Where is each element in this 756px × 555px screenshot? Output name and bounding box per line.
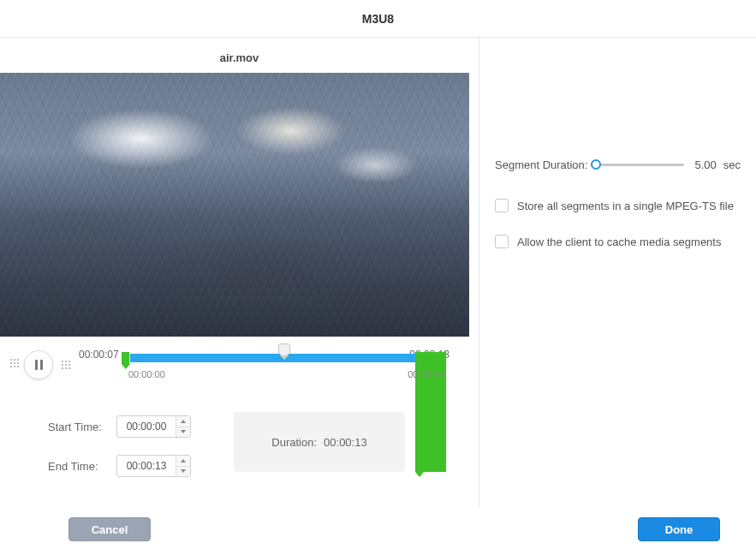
duration-label: Duration: — [271, 436, 317, 449]
start-time-row: Start Time: — [48, 415, 191, 438]
done-button[interactable]: Done — [638, 517, 720, 541]
start-time-spinner[interactable] — [116, 415, 191, 438]
dialog-title: M3U8 — [0, 0, 756, 38]
cache-row: Allow the client to cache media segments — [495, 235, 741, 248]
single-file-checkbox[interactable] — [495, 199, 509, 212]
cancel-button[interactable]: Cancel — [68, 517, 151, 541]
left-panel: air.mov 00:00:07 00:00:13 0 — [0, 38, 479, 507]
segment-duration-row: Segment Duration: 5.00 sec — [495, 158, 741, 171]
segment-duration-unit: sec — [723, 158, 741, 171]
range-start-handle[interactable] — [122, 352, 130, 364]
chevron-down-icon — [181, 430, 186, 433]
chevron-up-icon — [181, 420, 186, 423]
segment-duration-value: 5.00 — [691, 158, 717, 171]
start-time-up[interactable] — [176, 416, 190, 427]
playhead[interactable] — [278, 343, 290, 356]
start-time-label: Start Time: — [48, 421, 108, 433]
end-time-down[interactable] — [176, 467, 190, 477]
end-time-label: End Time: — [48, 460, 108, 473]
pause-icon — [35, 360, 43, 370]
file-name-label: air.mov — [0, 38, 479, 73]
slider-track — [594, 164, 683, 166]
drag-handle-icon — [10, 359, 21, 367]
right-panel: Segment Duration: 5.00 sec Store all seg… — [479, 38, 756, 507]
duration-value: 00:00:13 — [324, 436, 367, 449]
play-pause-button[interactable] — [24, 350, 53, 379]
start-time-input[interactable] — [117, 416, 176, 437]
end-time-up[interactable] — [176, 456, 190, 467]
timeline-pos-left: 00:00:07 — [79, 349, 119, 361]
timeline-range-end: 00:00:13 — [408, 369, 444, 379]
time-panel: Start Time: End Time: — [0, 390, 479, 477]
end-time-input[interactable] — [117, 456, 176, 476]
chevron-up-icon — [181, 459, 186, 462]
grip-icon — [62, 361, 70, 369]
video-preview[interactable] — [0, 73, 469, 337]
chevron-down-icon — [181, 469, 186, 473]
end-time-spinner[interactable] — [116, 455, 191, 477]
timeline[interactable]: 00:00:07 00:00:13 00:00:00 00:00:13 — [79, 349, 468, 390]
cache-checkbox[interactable] — [495, 235, 509, 248]
timeline-row: 00:00:07 00:00:13 00:00:00 00:00:13 — [0, 337, 479, 390]
duration-box: Duration: 00:00:13 — [234, 412, 405, 472]
footer: Cancel Done — [0, 507, 756, 552]
timeline-track[interactable] — [125, 354, 443, 362]
segment-duration-label: Segment Duration: — [495, 158, 587, 171]
time-fields: Start Time: End Time: — [48, 415, 191, 477]
content: air.mov 00:00:07 00:00:13 0 — [0, 38, 756, 507]
timeline-range-start: 00:00:00 — [128, 369, 165, 379]
slider-thumb[interactable] — [591, 159, 601, 170]
cache-label: Allow the client to cache media segments — [517, 236, 721, 248]
start-time-down[interactable] — [176, 427, 190, 438]
single-file-row: Store all segments in a single MPEG-TS f… — [495, 199, 741, 212]
segment-duration-slider[interactable] — [594, 158, 683, 171]
single-file-label: Store all segments in a single MPEG-TS f… — [517, 200, 734, 212]
end-time-row: End Time: — [48, 455, 191, 477]
